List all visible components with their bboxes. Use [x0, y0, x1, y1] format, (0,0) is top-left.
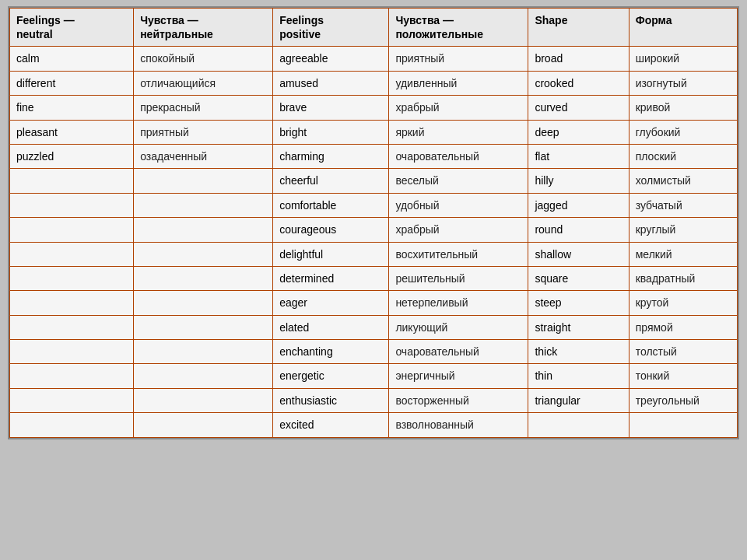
cell-shape-en: steep — [528, 291, 629, 315]
cell-neutral-en — [10, 193, 134, 217]
cell-positive-en: delightful — [273, 242, 389, 266]
cell-positive-ru: очаровательный — [389, 144, 528, 168]
cell-shape-en: curved — [528, 96, 629, 120]
cell-positive-ru: энергичный — [389, 364, 528, 388]
cell-shape-ru: изогнутый — [629, 71, 737, 95]
cell-shape-en: flat — [528, 144, 629, 168]
cell-shape-en: round — [528, 218, 629, 242]
cell-positive-en: energetic — [273, 364, 389, 388]
cell-positive-ru: взволнованный — [389, 413, 528, 437]
cell-neutral-ru — [134, 242, 273, 266]
cell-neutral-ru — [134, 291, 273, 315]
table-row: cheerfulвеселыйhillyхолмистый — [10, 169, 738, 193]
table-row: eagerнетерпеливыйsteepкрутой — [10, 291, 738, 315]
table-row: determinedрешительныйsquareквадратный — [10, 266, 738, 290]
cell-neutral-en — [10, 242, 134, 266]
header-feelings-neutral-ru: Чувства — нейтральные — [134, 9, 273, 47]
table-row: comfortableудобныйjaggedзубчатый — [10, 193, 738, 217]
cell-shape-en: thin — [528, 364, 629, 388]
cell-positive-en: amused — [273, 71, 389, 95]
cell-neutral-ru — [134, 388, 273, 412]
header-feelings-neutral-en: Feelings — neutral — [10, 9, 134, 47]
cell-positive-ru: ликующий — [389, 315, 528, 339]
cell-neutral-ru — [134, 340, 273, 364]
vocabulary-table: Feelings — neutral Чувства — нейтральные… — [9, 8, 738, 438]
table-row: delightfulвосхитительныйshallowмелкий — [10, 242, 738, 266]
header-feelings-positive-en: Feelings positive — [273, 9, 389, 47]
header-shape-en: Shape — [528, 9, 629, 47]
cell-neutral-ru: спокойный — [134, 47, 273, 71]
cell-positive-ru: храбрый — [389, 96, 528, 120]
table-row: excitedвзволнованный — [10, 413, 738, 437]
cell-shape-ru: тонкий — [629, 364, 737, 388]
cell-positive-en: cheerful — [273, 169, 389, 193]
cell-neutral-en — [10, 169, 134, 193]
cell-neutral-ru: отличающийся — [134, 71, 273, 95]
cell-neutral-en: pleasant — [10, 120, 134, 144]
cell-shape-ru: круглый — [629, 218, 737, 242]
table-row: enchantingочаровательныйthickтолстый — [10, 340, 738, 364]
header-feelings-positive-ru: Чувства — положительные — [389, 9, 528, 47]
cell-positive-ru: удобный — [389, 193, 528, 217]
cell-positive-ru: восторженный — [389, 388, 528, 412]
cell-shape-ru: плоский — [629, 144, 737, 168]
cell-positive-en: enthusiastic — [273, 388, 389, 412]
cell-neutral-en — [10, 388, 134, 412]
vocabulary-table-container: Feelings — neutral Чувства — нейтральные… — [8, 6, 739, 439]
cell-positive-en: charming — [273, 144, 389, 168]
cell-shape-ru: зубчатый — [629, 193, 737, 217]
cell-neutral-en — [10, 413, 134, 437]
cell-positive-ru: храбрый — [389, 218, 528, 242]
cell-shape-en: broad — [528, 47, 629, 71]
cell-shape-ru: прямой — [629, 315, 737, 339]
cell-neutral-en: different — [10, 71, 134, 95]
cell-neutral-ru — [134, 413, 273, 437]
cell-neutral-ru — [134, 315, 273, 339]
cell-neutral-en — [10, 340, 134, 364]
table-row: calmспокойныйagreeableприятныйbroadширок… — [10, 47, 738, 71]
cell-shape-ru: кривой — [629, 96, 737, 120]
cell-positive-en: bright — [273, 120, 389, 144]
cell-shape-en: hilly — [528, 169, 629, 193]
cell-neutral-en: puzzled — [10, 144, 134, 168]
cell-shape-en: straight — [528, 315, 629, 339]
cell-shape-en: crooked — [528, 71, 629, 95]
cell-shape-en: thick — [528, 340, 629, 364]
cell-shape-ru: крутой — [629, 291, 737, 315]
cell-neutral-en: fine — [10, 96, 134, 120]
cell-neutral-en — [10, 315, 134, 339]
cell-neutral-ru — [134, 218, 273, 242]
cell-neutral-ru — [134, 364, 273, 388]
table-row: elatedликующийstraightпрямой — [10, 315, 738, 339]
cell-shape-ru: квадратный — [629, 266, 737, 290]
cell-positive-ru: веселый — [389, 169, 528, 193]
table-row: courageousхрабрыйroundкруглый — [10, 218, 738, 242]
cell-shape-en — [528, 413, 629, 437]
cell-neutral-ru — [134, 266, 273, 290]
cell-shape-ru: толстый — [629, 340, 737, 364]
cell-positive-en: comfortable — [273, 193, 389, 217]
cell-shape-ru: широкий — [629, 47, 737, 71]
cell-shape-ru: холмистый — [629, 169, 737, 193]
cell-positive-en: determined — [273, 266, 389, 290]
cell-positive-en: eager — [273, 291, 389, 315]
table-row: pleasantприятныйbrightяркийdeepглубокий — [10, 120, 738, 144]
cell-shape-en: deep — [528, 120, 629, 144]
cell-shape-en: square — [528, 266, 629, 290]
cell-positive-en: brave — [273, 96, 389, 120]
cell-shape-en: jagged — [528, 193, 629, 217]
cell-positive-ru: приятный — [389, 47, 528, 71]
cell-shape-ru: треугольный — [629, 388, 737, 412]
cell-positive-ru: решительный — [389, 266, 528, 290]
cell-neutral-en — [10, 218, 134, 242]
cell-neutral-ru: озадаченный — [134, 144, 273, 168]
cell-shape-en: shallow — [528, 242, 629, 266]
cell-positive-en: agreeable — [273, 47, 389, 71]
table-row: energeticэнергичныйthinтонкий — [10, 364, 738, 388]
table-row: differentотличающийсяamusedудивленныйcro… — [10, 71, 738, 95]
cell-positive-ru: очаровательный — [389, 340, 528, 364]
cell-positive-ru: нетерпеливый — [389, 291, 528, 315]
cell-neutral-en — [10, 364, 134, 388]
cell-neutral-ru: прекрасный — [134, 96, 273, 120]
cell-neutral-en — [10, 266, 134, 290]
